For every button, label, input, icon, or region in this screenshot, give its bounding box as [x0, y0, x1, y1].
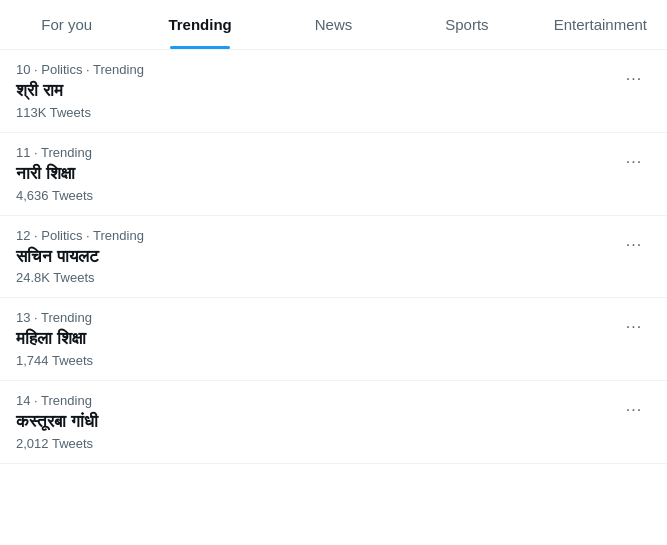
trending-topic-2: नारी शिक्षा [16, 162, 617, 186]
trending-content-3: 12 · Politics · Trendingसचिन पायलट24.8K … [16, 228, 617, 286]
trending-content-5: 14 · Trendingकस्तूरबा गांधी2,012 Tweets [16, 393, 617, 451]
trending-meta-1: 10 · Politics · Trending [16, 62, 617, 77]
ellipsis-icon: ··· [626, 70, 642, 88]
trending-content-1: 10 · Politics · Trendingश्री राम113K Twe… [16, 62, 617, 120]
trending-count-1: 113K Tweets [16, 105, 617, 120]
trending-topic-5: कस्तूरबा गांधी [16, 410, 617, 434]
trending-meta-5: 14 · Trending [16, 393, 617, 408]
trending-item-2[interactable]: 11 · Trendingनारी शिक्षा4,636 Tweets··· [0, 133, 667, 216]
trending-count-3: 24.8K Tweets [16, 270, 617, 285]
more-options-button-4[interactable]: ··· [617, 310, 651, 344]
trending-topic-1: श्री राम [16, 79, 617, 103]
trending-meta-4: 13 · Trending [16, 310, 617, 325]
trending-meta-2: 11 · Trending [16, 145, 617, 160]
trending-item-4[interactable]: 13 · Trendingमहिला शिक्षा1,744 Tweets··· [0, 298, 667, 381]
trending-topic-4: महिला शिक्षा [16, 327, 617, 351]
trending-count-4: 1,744 Tweets [16, 353, 617, 368]
trending-item-5[interactable]: 14 · Trendingकस्तूरबा गांधी2,012 Tweets·… [0, 381, 667, 464]
tab-navigation: For youTrendingNewsSportsEntertainment [0, 0, 667, 50]
tab-news[interactable]: News [267, 0, 400, 49]
tab-sports[interactable]: Sports [400, 0, 533, 49]
trending-item-3[interactable]: 12 · Politics · Trendingसचिन पायलट24.8K … [0, 216, 667, 299]
ellipsis-icon: ··· [626, 236, 642, 254]
trending-item-1[interactable]: 10 · Politics · Trendingश्री राम113K Twe… [0, 50, 667, 133]
ellipsis-icon: ··· [626, 318, 642, 336]
trending-topic-3: सचिन पायलट [16, 245, 617, 269]
trending-content-4: 13 · Trendingमहिला शिक्षा1,744 Tweets [16, 310, 617, 368]
ellipsis-icon: ··· [626, 153, 642, 171]
more-options-button-5[interactable]: ··· [617, 393, 651, 427]
more-options-button-2[interactable]: ··· [617, 145, 651, 179]
tab-for-you[interactable]: For you [0, 0, 133, 49]
more-options-button-1[interactable]: ··· [617, 62, 651, 96]
more-options-button-3[interactable]: ··· [617, 228, 651, 262]
ellipsis-icon: ··· [626, 401, 642, 419]
trending-count-2: 4,636 Tweets [16, 188, 617, 203]
trending-content-2: 11 · Trendingनारी शिक्षा4,636 Tweets [16, 145, 617, 203]
tab-trending[interactable]: Trending [133, 0, 266, 49]
trending-list: 10 · Politics · Trendingश्री राम113K Twe… [0, 50, 667, 464]
trending-count-5: 2,012 Tweets [16, 436, 617, 451]
tab-entertainment[interactable]: Entertainment [534, 0, 667, 49]
trending-meta-3: 12 · Politics · Trending [16, 228, 617, 243]
